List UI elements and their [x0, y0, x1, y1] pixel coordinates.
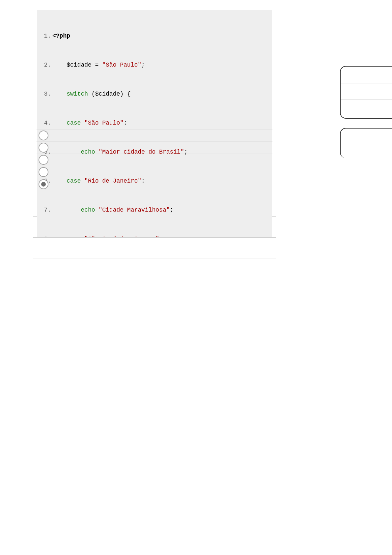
code-token [52, 120, 67, 126]
vertical-rule [40, 258, 40, 555]
line-number: 4. [37, 119, 52, 127]
question-card: 1. <?php 2. $cidade = "São Paulo"; 3. sw… [33, 0, 276, 217]
code-token: ; [170, 207, 174, 213]
code-token [52, 207, 81, 213]
code-token: : [124, 120, 127, 126]
answer-option[interactable] [37, 166, 272, 178]
radio-icon[interactable] [39, 167, 48, 177]
next-question-card [33, 237, 276, 555]
answer-option[interactable] [37, 178, 272, 190]
side-widget[interactable] [340, 128, 392, 158]
divider [341, 100, 392, 100]
code-line: 1. <?php [37, 32, 272, 40]
card-header [33, 238, 276, 258]
line-number: 1. [37, 32, 52, 40]
line-number: 3. [37, 90, 52, 98]
code-line: 7. echo "Cidade Maravilhosa"; [37, 206, 272, 214]
side-widget[interactable] [340, 66, 392, 119]
code-line: 2. $cidade = "São Paulo"; [37, 61, 272, 69]
answer-option[interactable] [37, 129, 272, 141]
code-string: "Cidade Maravilhosa" [98, 207, 170, 213]
radio-icon[interactable] [39, 131, 48, 140]
code-line: 4. case "São Paulo": [37, 119, 272, 127]
code-token: $cidade = [52, 62, 102, 68]
radio-icon[interactable] [39, 155, 48, 165]
code-keyword: case [67, 120, 81, 126]
answer-option[interactable] [37, 154, 272, 166]
code-line: 3. switch ($cidade) { [37, 90, 272, 98]
radio-icon[interactable] [39, 143, 48, 153]
code-token [95, 207, 99, 213]
code-token: ($cidade) { [88, 91, 131, 97]
page: 1. <?php 2. $cidade = "São Paulo"; 3. sw… [0, 0, 392, 555]
code-string: "São Paulo" [102, 62, 141, 68]
code-keyword: switch [67, 91, 88, 97]
divider [341, 83, 392, 83]
code-token [81, 120, 84, 126]
answer-option[interactable] [37, 141, 272, 154]
answer-options [37, 129, 272, 190]
code-token: <?php [52, 33, 70, 39]
radio-dot-icon [41, 182, 46, 187]
code-keyword: echo [81, 207, 95, 213]
code-string: "São Paulo" [84, 120, 124, 126]
code-token [52, 91, 67, 97]
code-token: ; [141, 62, 145, 68]
line-number: 2. [37, 61, 52, 69]
line-number: 7. [37, 206, 52, 214]
radio-icon[interactable] [39, 179, 48, 189]
